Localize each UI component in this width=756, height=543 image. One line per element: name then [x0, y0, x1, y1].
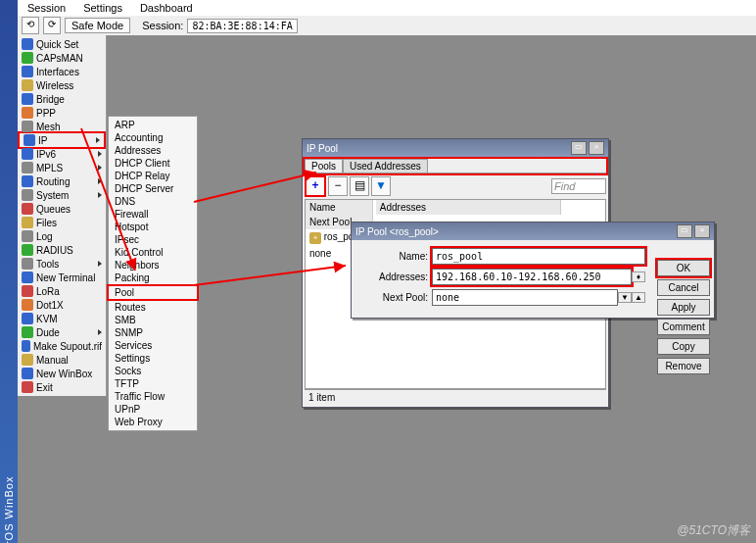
submenu-item-hotspot[interactable]: Hotspot	[109, 221, 197, 233]
chevron-right-icon	[98, 151, 102, 157]
addresses-input[interactable]: 192.168.60.10-192.168.60.250	[432, 269, 632, 285]
sidebar-item-make-supout-rif[interactable]: Make Supout.rif	[18, 339, 106, 353]
sidebar-item-queues[interactable]: Queues	[18, 202, 106, 216]
submenu-item-traffic-flow[interactable]: Traffic Flow	[109, 390, 197, 403]
find-input[interactable]: Find	[551, 178, 606, 194]
sidebar-item-wireless[interactable]: Wireless	[18, 78, 106, 92]
ok-button[interactable]: OK	[657, 260, 710, 276]
window-title: IP Pool	[307, 143, 338, 154]
menu-icon	[22, 148, 33, 160]
sidebar-item-bridge[interactable]: Bridge	[18, 92, 106, 106]
next-pool-select[interactable]: none	[432, 289, 618, 306]
submenu-item-dhcp-client[interactable]: DHCP Client	[109, 157, 197, 170]
safe-mode-button[interactable]: Safe Mode	[65, 18, 130, 33]
submenu-item-upnp[interactable]: UPnP	[109, 403, 197, 416]
remove-button[interactable]: Remove	[657, 358, 710, 374]
undo-button[interactable]: ⟲	[22, 17, 39, 34]
submenu-item-accounting[interactable]: Accounting	[109, 131, 197, 144]
spinner-icon[interactable]: ♦	[632, 272, 645, 282]
sidebar-item-ipv6[interactable]: IPv6	[18, 147, 106, 161]
submenu-item-routes[interactable]: Routes	[109, 301, 197, 314]
sidebar-item-files[interactable]: Files	[18, 216, 106, 229]
tab-used-addresses[interactable]: Used Addresses	[343, 159, 428, 173]
menu-icon	[22, 217, 33, 228]
submenu-item-tftp[interactable]: TFTP	[109, 377, 197, 390]
chevron-right-icon	[98, 165, 102, 171]
submenu-item-firewall[interactable]: Firewall	[109, 208, 197, 221]
submenu-item-packing[interactable]: Packing	[109, 272, 197, 284]
comment-button[interactable]: Comment	[657, 319, 710, 335]
ip-pool-edit-window: IP Pool <ros_pool> ▭ × Name: ros_pool Ad…	[351, 222, 715, 319]
menu-session[interactable]: Session	[24, 2, 70, 14]
sidebar-item-routing[interactable]: Routing	[18, 174, 106, 188]
submenu-item-neighbors[interactable]: Neighbors	[109, 259, 197, 272]
submenu-item-settings[interactable]: Settings	[109, 352, 197, 365]
sidebar-item-kvm[interactable]: KVM	[18, 312, 106, 325]
sidebar-item-system[interactable]: System	[18, 188, 106, 202]
menu-icon	[22, 203, 33, 215]
sidebar-item-capsman[interactable]: CAPsMAN	[18, 51, 106, 65]
sidebar-label: RADIUS	[36, 245, 73, 256]
window-titlebar[interactable]: IP Pool ▭ ×	[303, 139, 608, 157]
funnel-icon[interactable]: ▼	[371, 176, 391, 196]
menu-settings[interactable]: Settings	[79, 2, 126, 14]
col-addresses[interactable]: Addresses	[376, 200, 561, 215]
name-label: Name:	[359, 251, 432, 262]
submenu-item-dhcp-server[interactable]: DHCP Server	[109, 182, 197, 195]
submenu-item-ipsec[interactable]: IPsec	[109, 233, 197, 246]
submenu-item-kid-control[interactable]: Kid Control	[109, 246, 197, 259]
submenu-item-socks[interactable]: Socks	[109, 365, 197, 377]
menu-icon	[24, 134, 35, 146]
sidebar-item-quick-set[interactable]: Quick Set	[18, 37, 106, 51]
sidebar-item-new-terminal[interactable]: New Terminal	[18, 271, 106, 284]
submenu-item-pool[interactable]: Pool	[107, 284, 199, 301]
redo-button[interactable]: ⟳	[43, 17, 61, 34]
up-icon[interactable]: ▲	[632, 292, 645, 303]
tabs: Pools Used Addresses	[305, 159, 606, 173]
close-icon[interactable]: ×	[694, 224, 710, 238]
sidebar-item-radius[interactable]: RADIUS	[18, 243, 106, 257]
sidebar-item-new-winbox[interactable]: New WinBox	[18, 367, 106, 380]
sidebar-item-lora[interactable]: LoRa	[18, 284, 106, 298]
sidebar-item-ppp[interactable]: PPP	[18, 106, 106, 120]
submenu-item-services[interactable]: Services	[109, 339, 197, 352]
window-titlebar[interactable]: IP Pool <ros_pool> ▭ ×	[352, 222, 714, 240]
remove-button[interactable]: −	[328, 176, 348, 196]
name-input[interactable]: ros_pool	[432, 248, 645, 265]
submenu-item-snmp[interactable]: SNMP	[109, 326, 197, 339]
sidebar-item-mpls[interactable]: MPLS	[18, 161, 106, 174]
pool-icon: +	[309, 232, 321, 244]
submenu-item-web-proxy[interactable]: Web Proxy	[109, 416, 197, 428]
sidebar-item-interfaces[interactable]: Interfaces	[18, 65, 106, 78]
submenu-item-dhcp-relay[interactable]: DHCP Relay	[109, 170, 197, 182]
menu-dashboard[interactable]: Dashboard	[136, 2, 197, 14]
sidebar-item-dude[interactable]: Dude	[18, 325, 106, 339]
addresses-row: Addresses: 192.168.60.10-192.168.60.250 …	[359, 269, 645, 285]
minimize-icon[interactable]: ▭	[677, 224, 692, 238]
submenu-item-addresses[interactable]: Addresses	[109, 144, 197, 157]
copy-button[interactable]: Copy	[657, 338, 710, 355]
menu-icon	[22, 326, 33, 338]
minimize-icon[interactable]: ▭	[571, 141, 587, 155]
submenu-item-smb[interactable]: SMB	[109, 314, 197, 326]
apply-button[interactable]: Apply	[657, 299, 710, 316]
add-button[interactable]: +	[305, 175, 326, 197]
sidebar-item-tools[interactable]: Tools	[18, 257, 106, 271]
dropdown-icon[interactable]: ▼	[618, 292, 632, 303]
menu-icon	[22, 230, 33, 242]
next-pool-label: Next Pool:	[359, 292, 432, 303]
sidebar-item-log[interactable]: Log	[18, 229, 106, 243]
submenu-item-dns[interactable]: DNS	[109, 195, 197, 208]
close-icon[interactable]: ×	[589, 141, 604, 155]
sidebar-label: CAPsMAN	[36, 53, 83, 64]
sidebar-item-dot1x[interactable]: Dot1X	[18, 298, 106, 312]
col-name[interactable]: Name	[306, 200, 373, 215]
submenu-item-arp[interactable]: ARP	[109, 119, 197, 131]
tab-pools[interactable]: Pools	[305, 159, 343, 173]
filter-button[interactable]: ▤	[350, 176, 369, 196]
cancel-button[interactable]: Cancel	[657, 279, 710, 296]
sidebar-item-manual[interactable]: Manual	[18, 353, 106, 367]
sidebar-label: Files	[36, 218, 57, 228]
sidebar-label: Mesh	[36, 122, 60, 132]
sidebar-item-exit[interactable]: Exit	[18, 380, 106, 394]
